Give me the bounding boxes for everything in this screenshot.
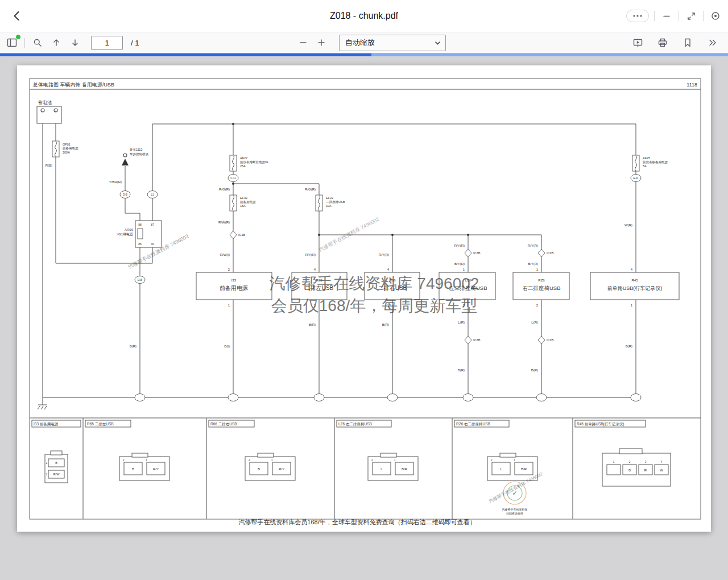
document-title: Z018 - chunk.pdf bbox=[0, 11, 728, 21]
zoom-in-button[interactable] bbox=[314, 35, 329, 50]
svg-text:R: R bbox=[644, 469, 647, 472]
record-button[interactable] bbox=[709, 9, 722, 23]
svg-text:C-11: C-11 bbox=[230, 177, 236, 180]
svg-text:15A: 15A bbox=[240, 204, 246, 208]
loading-progress-fill bbox=[0, 53, 371, 56]
svg-text:R/Y(R): R/Y(R) bbox=[379, 253, 389, 256]
svg-text:GF01: GF01 bbox=[63, 143, 71, 146]
svg-text:AF25: AF25 bbox=[643, 156, 650, 160]
chevron-down-icon bbox=[435, 41, 441, 45]
svg-text:前备用电源: 前备用电源 bbox=[63, 147, 78, 151]
page-number-input[interactable] bbox=[91, 36, 123, 50]
page-count-label: / 1 bbox=[131, 39, 139, 47]
presentation-mode-button[interactable] bbox=[630, 35, 645, 50]
loading-progress-bar bbox=[0, 53, 728, 56]
pdf-page: D-BL1D16C-11E-11IC1BICZBICZBICZBICZB总体电路… bbox=[17, 65, 711, 532]
svg-text:车身控制模块: 车身控制模块 bbox=[130, 152, 149, 156]
print-button[interactable] bbox=[655, 35, 670, 50]
svg-text:参见1112: 参见1112 bbox=[130, 148, 142, 151]
svg-text:4: 4 bbox=[387, 268, 390, 271]
pdf-viewer-area[interactable]: D-BL1D16C-11E-11IC1BICZBICZBICZBICZB总体电路… bbox=[0, 56, 728, 580]
expand-icon bbox=[687, 12, 696, 20]
svg-text:汽修帮手在线资料库 7496002: 汽修帮手在线资料库 7496002 bbox=[318, 216, 380, 252]
svg-text:D-B: D-B bbox=[123, 193, 127, 196]
svg-text:汽修帮手在线资料库: 汽修帮手在线资料库 bbox=[502, 508, 528, 512]
svg-text:ICZB: ICZB bbox=[547, 338, 554, 342]
maximize-restore-button[interactable] bbox=[684, 9, 698, 23]
overflow-menu-button[interactable] bbox=[626, 10, 649, 22]
bookmark-button[interactable] bbox=[680, 35, 695, 50]
sidebar-icon bbox=[7, 38, 17, 47]
svg-text:B: B bbox=[55, 461, 57, 465]
svg-text:ICZB: ICZB bbox=[547, 251, 554, 255]
svg-text:前仪表熔断丝电源IG: 前仪表熔断丝电源IG bbox=[240, 160, 268, 164]
svg-text:R65 二排左USB: R65 二排左USB bbox=[87, 422, 114, 426]
svg-text:RZ6 右二排座椅USB: RZ6 右二排座椅USB bbox=[456, 422, 490, 426]
window-titlebar: Z018 - chunk.pdf bbox=[0, 0, 728, 32]
svg-text:+: + bbox=[55, 109, 57, 113]
svg-text:R/G(R): R/G(R) bbox=[219, 188, 230, 191]
svg-text:2: 2 bbox=[228, 268, 230, 271]
svg-text:R/Y(R): R/Y(R) bbox=[454, 244, 465, 247]
page-down-button[interactable] bbox=[68, 35, 82, 50]
page-up-button[interactable] bbox=[49, 35, 64, 50]
svg-text:B(R): B(R) bbox=[626, 345, 632, 348]
arrow-down-icon bbox=[71, 38, 80, 47]
svg-text:5A: 5A bbox=[643, 164, 647, 168]
svg-text:B(R): B(R) bbox=[309, 323, 316, 326]
svg-text:B(R): B(R) bbox=[531, 368, 538, 372]
svg-text:Y/BR(R): Y/BR(R) bbox=[109, 180, 122, 184]
svg-text:前单路USB(行车记录仪): 前单路USB(行车记录仪) bbox=[607, 285, 663, 291]
minimize-icon bbox=[663, 12, 671, 20]
ellipsis-icon bbox=[632, 14, 643, 18]
zoom-select[interactable]: 自动缩放 bbox=[339, 35, 446, 51]
zoom-select-value: 自动缩放 bbox=[345, 38, 375, 48]
minimize-button[interactable] bbox=[660, 9, 673, 23]
svg-text:1118: 1118 bbox=[686, 82, 697, 88]
svg-text:R/W: R/W bbox=[53, 473, 60, 476]
svg-text:会员仅168/年，每周更新车型: 会员仅168/年，每周更新车型 bbox=[271, 297, 478, 314]
divider bbox=[654, 11, 655, 21]
zoom-out-button[interactable] bbox=[296, 35, 311, 50]
back-button[interactable] bbox=[8, 7, 26, 25]
svg-text:EF22: EF22 bbox=[326, 196, 333, 200]
svg-text:1: 1 bbox=[631, 304, 633, 307]
svg-text:前备用电源: 前备用电源 bbox=[240, 200, 256, 204]
svg-text:L(R): L(R) bbox=[531, 321, 538, 324]
svg-text:4: 4 bbox=[314, 268, 316, 271]
minus-icon bbox=[299, 39, 307, 47]
svg-text:ICZB: ICZB bbox=[473, 338, 481, 342]
svg-text:I33: I33 bbox=[231, 279, 237, 282]
svg-text:25A: 25A bbox=[240, 164, 246, 168]
svg-text:L(R): L(R) bbox=[458, 321, 465, 324]
find-button[interactable] bbox=[30, 35, 45, 50]
svg-text:R/G(R): R/G(R) bbox=[305, 188, 316, 191]
chevron-left-icon bbox=[11, 10, 23, 22]
svg-text:IC1B: IC1B bbox=[238, 233, 246, 237]
divider bbox=[703, 11, 704, 21]
print-icon bbox=[658, 38, 667, 47]
svg-text:AF22: AF22 bbox=[240, 156, 247, 160]
sidebar-toggle-button[interactable] bbox=[5, 35, 19, 50]
svg-text:前备用电源: 前备用电源 bbox=[220, 285, 248, 291]
svg-text:2: 2 bbox=[536, 304, 539, 307]
svg-text:87: 87 bbox=[151, 223, 154, 226]
svg-text:R/W(I): R/W(I) bbox=[220, 253, 230, 256]
toolbar-left-group: / 1 bbox=[5, 35, 139, 50]
svg-text:R66 二排右USB: R66 二排右USB bbox=[210, 422, 237, 426]
svg-text:R/W(R): R/W(R) bbox=[218, 221, 230, 224]
notification-dot bbox=[15, 34, 21, 40]
svg-text:86: 86 bbox=[138, 242, 142, 246]
svg-text:前仪表板备用电源: 前仪表板备用电源 bbox=[643, 160, 668, 164]
svg-text:二排座椅USB: 二排座椅USB bbox=[326, 200, 345, 204]
svg-text:1: 1 bbox=[228, 304, 230, 307]
svg-text:200A: 200A bbox=[63, 151, 70, 154]
toolbar-zoom-group: 自动缩放 bbox=[296, 35, 446, 51]
svg-text:R(B): R(B) bbox=[46, 164, 52, 167]
double-chevron-right-icon bbox=[708, 39, 717, 47]
svg-text:右二排座椅USB: 右二排座椅USB bbox=[522, 285, 560, 291]
svg-text:B/Y(R): B/Y(R) bbox=[528, 262, 538, 266]
more-tools-button[interactable] bbox=[705, 35, 720, 50]
pdf-toolbar: / 1 自动缩放 bbox=[0, 32, 728, 53]
search-icon bbox=[33, 38, 42, 47]
